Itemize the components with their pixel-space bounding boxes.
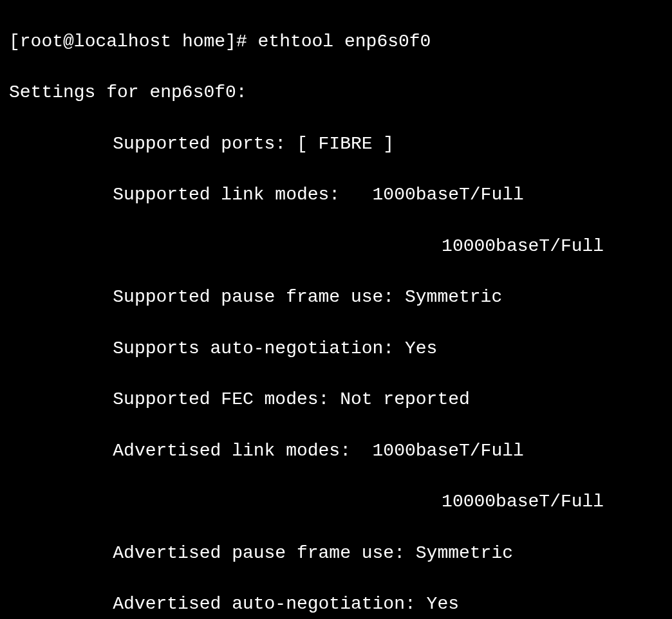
command-text: ethtool enp6s0f0 — [258, 32, 431, 51]
prompt-host: localhost — [74, 32, 171, 51]
supported-pause: Supported pause frame use: Symmetric — [9, 284, 663, 310]
prompt-symbol: # — [236, 32, 247, 51]
advertised-pause: Advertised pause frame use: Symmetric — [9, 540, 663, 566]
prompt-line: [root@localhost home]# ethtool enp6s0f0 — [9, 29, 663, 55]
supported-link-modes-label: Supported link modes: — [113, 185, 372, 205]
settings-header: Settings for enp6s0f0: — [9, 80, 663, 106]
supports-autoneg: Supports auto-negotiation: Yes — [9, 336, 663, 362]
supported-ports: Supported ports: [ FIBRE ] — [9, 131, 663, 157]
advertised-link-modes-label: Advertised link modes: — [113, 441, 372, 461]
supported-fec: Supported FEC modes: Not reported — [9, 387, 663, 412]
supported-link-mode-2: 10000baseT/Full — [442, 236, 604, 256]
supported-link-modes-line2: 10000baseT/Full — [9, 234, 663, 259]
supported-link-mode-1: 1000baseT/Full — [373, 185, 524, 205]
advertised-autoneg: Advertised auto-negotiation: Yes — [9, 591, 663, 617]
advertised-link-modes-line2: 10000baseT/Full — [9, 489, 663, 515]
advertised-link-mode-1: 1000baseT/Full — [373, 441, 524, 461]
supported-link-modes-line1: Supported link modes: 1000baseT/Full — [9, 182, 663, 208]
terminal-window[interactable]: [root@localhost home]# ethtool enp6s0f0 … — [0, 0, 672, 619]
prompt-cwd: home — [182, 32, 225, 51]
advertised-link-mode-2: 10000baseT/Full — [442, 492, 604, 512]
advertised-link-modes-line1: Advertised link modes: 1000baseT/Full — [9, 438, 663, 464]
prompt-user: root — [20, 32, 63, 51]
